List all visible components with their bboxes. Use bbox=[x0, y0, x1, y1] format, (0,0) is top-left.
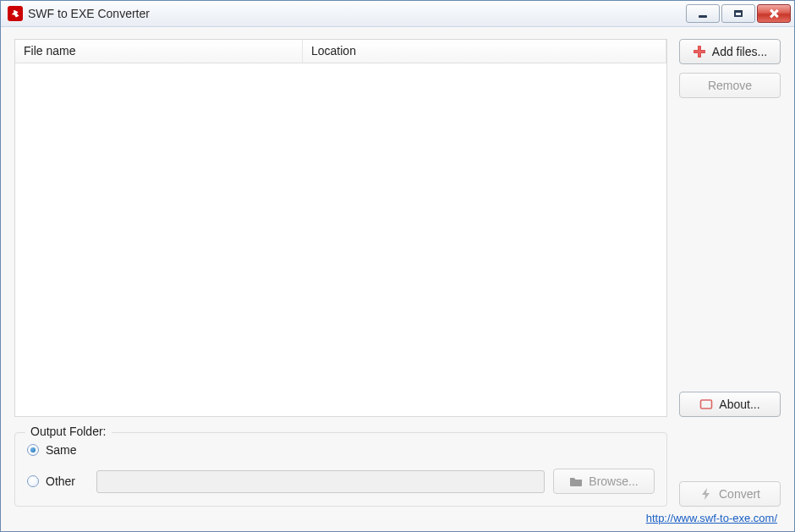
svg-rect-4 bbox=[701, 400, 712, 409]
radio-other-row: Other Browse... bbox=[27, 469, 655, 494]
table-body[interactable] bbox=[15, 63, 666, 416]
minimize-icon bbox=[698, 9, 708, 18]
website-link[interactable]: http://www.swf-to-exe.com/ bbox=[646, 512, 777, 524]
add-files-button[interactable]: Add files... bbox=[679, 39, 781, 64]
footer: http://www.swf-to-exe.com/ bbox=[14, 507, 781, 524]
radio-other-inner[interactable]: Other bbox=[27, 474, 88, 488]
spacer bbox=[679, 107, 781, 383]
add-files-label: Add files... bbox=[712, 45, 767, 58]
top-row: File name Location Add files... Remove A… bbox=[14, 39, 781, 417]
minimize-button[interactable] bbox=[686, 4, 720, 23]
remove-label: Remove bbox=[708, 79, 752, 92]
convert-column: Convert bbox=[679, 481, 781, 507]
output-folder-group: Output Folder: Same Other bbox=[14, 432, 667, 507]
radio-other-label[interactable]: Other bbox=[46, 474, 75, 488]
radio-same-label[interactable]: Same bbox=[46, 443, 77, 457]
maximize-icon bbox=[734, 10, 743, 17]
window-title: SWF to EXE Converter bbox=[28, 7, 686, 20]
close-button[interactable] bbox=[757, 4, 791, 23]
lightning-icon bbox=[699, 487, 713, 501]
about-icon bbox=[699, 398, 713, 411]
output-folder-legend: Output Folder: bbox=[25, 425, 112, 438]
radio-group: Same Other Browse... bbox=[27, 443, 655, 494]
convert-button[interactable]: Convert bbox=[679, 481, 781, 507]
browse-label: Browse... bbox=[589, 474, 638, 488]
app-window: SWF to EXE Converter File name Location … bbox=[0, 0, 795, 532]
folder-icon bbox=[569, 474, 583, 488]
table-header: File name Location bbox=[15, 40, 666, 63]
window-controls bbox=[686, 4, 791, 23]
maximize-button[interactable] bbox=[721, 4, 755, 23]
titlebar[interactable]: SWF to EXE Converter bbox=[1, 1, 794, 27]
output-path-input[interactable] bbox=[96, 470, 545, 493]
remove-button[interactable]: Remove bbox=[679, 73, 781, 98]
column-header-filename[interactable]: File name bbox=[15, 40, 303, 63]
svg-rect-3 bbox=[694, 51, 705, 53]
column-header-location[interactable]: Location bbox=[303, 40, 666, 63]
radio-same[interactable] bbox=[27, 444, 39, 456]
radio-same-row[interactable]: Same bbox=[27, 443, 655, 457]
close-icon bbox=[769, 9, 779, 18]
plus-icon bbox=[693, 45, 706, 58]
convert-label: Convert bbox=[719, 487, 760, 501]
files-table[interactable]: File name Location bbox=[14, 39, 667, 417]
browse-button[interactable]: Browse... bbox=[553, 469, 655, 494]
about-button[interactable]: About... bbox=[679, 392, 781, 417]
app-icon bbox=[8, 6, 23, 21]
radio-other[interactable] bbox=[27, 475, 39, 487]
client-area: File name Location Add files... Remove A… bbox=[1, 27, 794, 531]
bottom-row: Output Folder: Same Other bbox=[14, 432, 781, 507]
about-label: About... bbox=[719, 398, 759, 411]
side-buttons: Add files... Remove About... bbox=[679, 39, 781, 417]
